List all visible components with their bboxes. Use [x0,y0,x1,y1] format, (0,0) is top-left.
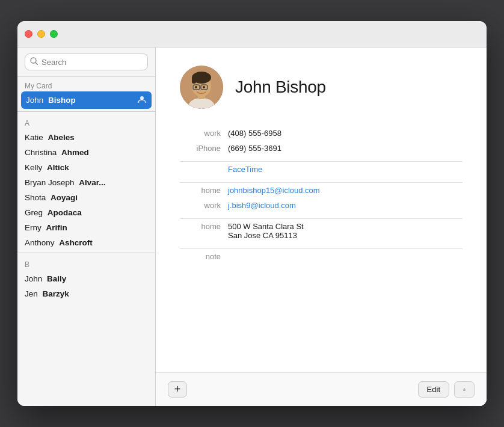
detail-footer: + Edit [156,372,487,406]
field-value-facetime[interactable]: FaceTime [228,162,463,177]
my-card-label: My Card [17,77,155,91]
svg-line-1 [35,63,38,65]
field-label: note [180,249,228,265]
contact-last-name: Barzyk [43,289,69,298]
search-input-wrap[interactable] [25,54,148,70]
divider-row [180,156,463,162]
svg-point-2 [140,96,144,100]
section-label-a: A [17,114,155,130]
divider-spacer [180,213,228,219]
divider-line [228,156,463,162]
maximize-button[interactable] [50,30,58,38]
contact-last-name: Abeles [48,133,75,142]
svg-rect-8 [192,76,196,84]
contact-first-name: Christina [25,148,59,157]
contact-row-john-bishop[interactable]: John Bishop [21,91,152,109]
edit-button[interactable]: Edit [418,381,449,398]
field-row-address: home 500 W Santa Clara StSan Jose CA 951… [180,219,463,244]
contact-first-name: John [25,274,45,283]
field-label: home [180,183,228,198]
divider-row-3 [180,213,463,219]
contact-row-greg-apodaca[interactable]: Greg Apodaca [17,205,155,220]
contact-row-kelly-altick[interactable]: Kelly Altick [17,160,155,175]
contact-row-john-baily[interactable]: John Baily [17,271,155,286]
contact-name: John Bishop [235,78,326,97]
contact-first-name: Anthony [25,238,57,247]
contact-last-name: Ashcroft [59,238,93,247]
field-row-work-email: work j.bish9@icloud.com [180,198,463,213]
contact-last-name: Arifin [46,223,67,232]
close-button[interactable] [25,30,32,38]
contact-fields: work (408) 555-6958 iPhone (669) 555-369… [180,126,463,264]
contact-first-name: Jen [25,289,40,298]
person-icon [137,94,147,106]
avatar [180,66,223,109]
add-contact-button[interactable]: + [168,381,187,398]
divider-row-2 [180,177,463,183]
contact-first-name: Kelly [25,163,45,172]
field-row-home-email: home johnbishop15@icloud.com [180,183,463,198]
field-label: home [180,219,228,244]
field-value-email[interactable]: j.bish9@icloud.com [228,198,463,213]
avatar-image [180,66,223,109]
contact-last-name: Alvar... [79,178,105,187]
divider-spacer [180,177,228,183]
contact-row-shota-aoyagi[interactable]: Shota Aoyagi [17,190,155,205]
contact-last-name: Ahmed [61,148,89,157]
contacts-window: My Card John Bishop A Kat [17,21,487,406]
svg-point-12 [195,86,197,88]
field-row-iphone: iPhone (669) 555-3691 [180,141,463,156]
contact-row-jen-barzyk[interactable]: Jen Barzyk [17,286,155,301]
contact-first-name: Bryan Joseph [25,178,76,187]
divider-line [228,213,463,219]
divider-line [228,243,463,249]
contact-row-anthony-ashcroft[interactable]: Anthony Ashcroft [17,235,155,250]
field-row-work-phone: work (408) 555-6958 [180,126,463,141]
svg-point-13 [203,86,205,88]
field-label: work [180,198,228,213]
divider-row-4 [180,243,463,249]
contact-last-name: Bishop [48,96,76,105]
contact-first-name: Katie [25,133,46,142]
section-divider-b [17,253,155,253]
field-value-note[interactable] [228,249,463,265]
contact-row-erny-arifin[interactable]: Erny Arifin [17,220,155,235]
section-label-b: B [17,256,155,271]
detail-content: John Bishop work (408) 555-6958 iPhone (… [156,48,487,372]
search-bar [17,48,155,77]
field-value[interactable]: (408) 555-6958 [228,126,463,141]
contact-first-name: Erny [25,223,44,232]
divider-line [228,177,463,183]
detail-panel: John Bishop work (408) 555-6958 iPhone (… [156,48,487,406]
field-row-facetime: FaceTime [180,162,463,177]
field-label: iPhone [180,141,228,156]
field-label: work [180,126,228,141]
content-area: My Card John Bishop A Kat [17,48,487,406]
contacts-list: My Card John Bishop A Kat [17,77,155,406]
field-value-email[interactable]: johnbishop15@icloud.com [228,183,463,198]
contact-row-katie-abeles[interactable]: Katie Abeles [17,130,155,145]
search-icon [30,57,38,67]
field-label [180,162,228,177]
share-button[interactable] [454,381,475,398]
titlebar [17,21,487,48]
contact-header: John Bishop [180,66,463,109]
contact-row-christina-ahmed[interactable]: Christina Ahmed [17,145,155,160]
contact-last-name: Altick [47,163,69,172]
contact-first-name: Shota [25,193,48,202]
field-row-note: note [180,249,463,265]
contact-last-name: Apodaca [48,208,82,217]
contact-last-name: Aoyagi [51,193,78,202]
contact-first-name: John [26,96,46,105]
divider-spacer [180,156,228,162]
traffic-lights [25,30,58,38]
share-icon [463,385,466,395]
divider-spacer [180,243,228,249]
contact-first-name: Greg [25,208,45,217]
search-input[interactable] [41,58,143,67]
field-value-address[interactable]: 500 W Santa Clara StSan Jose CA 95113 [228,219,463,244]
sidebar: My Card John Bishop A Kat [17,48,156,406]
field-value[interactable]: (669) 555-3691 [228,141,463,156]
contact-row-bryan-alvar[interactable]: Bryan Joseph Alvar... [17,175,155,190]
minimize-button[interactable] [37,30,45,38]
